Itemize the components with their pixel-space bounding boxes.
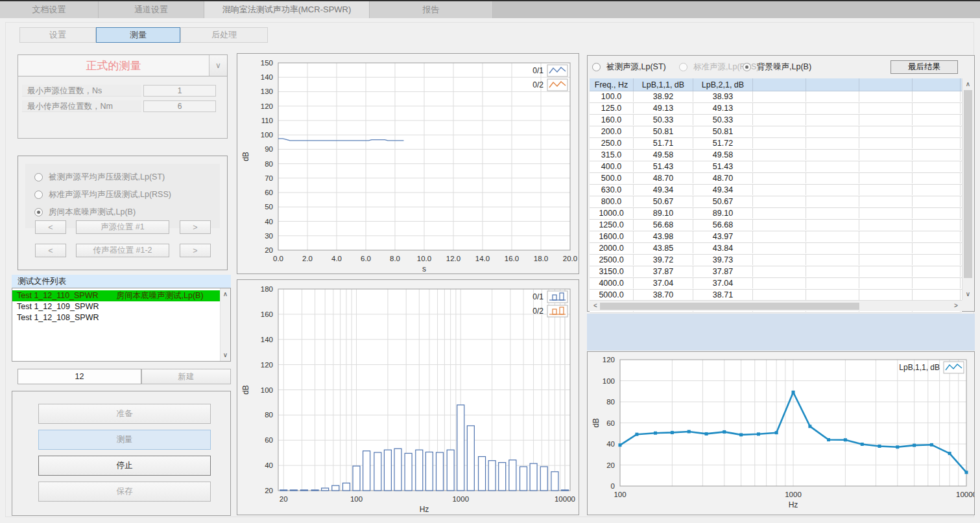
table-row[interactable]: 1250.056.6856.68 bbox=[590, 220, 962, 231]
svg-text:s: s bbox=[422, 264, 426, 273]
table-vertical-scrollbar[interactable]: ∧ ∨ bbox=[962, 78, 974, 300]
list-item[interactable]: Test 1_12_108_SPWR bbox=[12, 312, 220, 323]
sub-tab-0[interactable]: 设置 bbox=[19, 27, 96, 43]
table-row[interactable]: 100.038.9238.93 bbox=[590, 91, 962, 103]
file-list-scrollbar[interactable]: ∧ ∨ bbox=[220, 288, 230, 361]
svg-text:40: 40 bbox=[606, 440, 615, 448]
mic-prev-button[interactable]: < bbox=[35, 244, 66, 257]
main-tab-2[interactable]: 混响室法测试声功率(MCR-SPWR) bbox=[204, 1, 370, 18]
save-button[interactable]: 保存 bbox=[38, 482, 211, 502]
sub-tab-2[interactable]: 后处理 bbox=[180, 27, 268, 43]
main-tab-3[interactable]: 报告 bbox=[370, 1, 493, 18]
test-file-list[interactable]: ∧ ∨ Test 1_12_110_SPWR房间本底噪声测试,Lp(B)Test… bbox=[12, 288, 231, 362]
table-row[interactable]: 1000.089.1089.10 bbox=[590, 208, 962, 220]
value-cell: 50.81 bbox=[693, 126, 753, 137]
svg-text:18.0: 18.0 bbox=[534, 255, 548, 262]
svg-text:1000: 1000 bbox=[452, 495, 469, 503]
freq-cell: 500.0 bbox=[590, 173, 634, 183]
table-row[interactable]: 500.048.7048.70 bbox=[590, 173, 962, 185]
param-label: 最小传声器位置数，Nm bbox=[22, 100, 141, 112]
svg-text:100: 100 bbox=[614, 491, 626, 498]
table-row[interactable]: 630.049.3449.34 bbox=[590, 185, 962, 196]
table-horizontal-scrollbar[interactable]: < > bbox=[590, 300, 962, 311]
radio-button-icon[interactable] bbox=[34, 191, 43, 199]
test-type-radio-0[interactable]: 被测声源平均声压级测试,Lp(ST) bbox=[34, 172, 165, 182]
radio-button-icon[interactable] bbox=[34, 173, 43, 181]
chevron-up-icon[interactable]: ∧ bbox=[221, 290, 230, 299]
param-value-field[interactable]: 1 bbox=[143, 85, 216, 97]
value-cell bbox=[753, 150, 806, 160]
table-row[interactable]: 4000.037.0437.04 bbox=[590, 278, 962, 290]
freq-cell: 2000.0 bbox=[590, 243, 634, 253]
table-row[interactable]: 160.050.3350.33 bbox=[590, 115, 962, 126]
svg-text:dB: dB bbox=[241, 385, 250, 395]
list-item[interactable]: Test 1_12_110_SPWR房间本底噪声测试,Lp(B) bbox=[12, 290, 220, 301]
value-cell: 43.84 bbox=[693, 243, 753, 253]
chevron-left-icon[interactable]: < bbox=[592, 301, 599, 310]
result-source-radio-2[interactable]: 背景噪声,Lp(B) bbox=[743, 62, 811, 72]
value-cell bbox=[859, 266, 913, 277]
radio-button-icon[interactable] bbox=[679, 63, 687, 71]
time-history-chart-panel: 0.02.04.06.08.010.012.014.016.018.020.02… bbox=[237, 53, 579, 274]
value-cell bbox=[859, 208, 913, 218]
scrollbar-thumb[interactable] bbox=[964, 90, 972, 278]
test-type-radio-1[interactable]: 标准声源平均声压级测试,Lp(RSS) bbox=[34, 189, 171, 200]
table-row[interactable]: 400.051.4351.43 bbox=[590, 161, 962, 173]
file-count-button[interactable]: 12 bbox=[18, 369, 141, 384]
chevron-down-icon[interactable]: ∨ bbox=[221, 351, 230, 360]
svg-text:20.0: 20.0 bbox=[563, 255, 577, 262]
chevron-down-icon[interactable]: ∨ bbox=[209, 55, 227, 76]
radio-button-icon[interactable] bbox=[743, 63, 751, 71]
measure-button[interactable]: 测量 bbox=[38, 430, 211, 450]
measure-mode-dropdown[interactable]: 正式的测量 ∨ bbox=[18, 54, 228, 76]
table-row[interactable]: 2500.039.7239.73 bbox=[590, 255, 962, 266]
value-cell: 49.34 bbox=[693, 185, 753, 195]
last-result-button[interactable]: 最后结果 bbox=[890, 60, 958, 74]
list-item[interactable]: Test 1_12_109_SPWR bbox=[12, 301, 220, 312]
freq-cell: 1250.0 bbox=[590, 220, 634, 230]
new-file-button[interactable]: 新建 bbox=[141, 369, 231, 384]
table-row[interactable]: 125.049.1349.13 bbox=[590, 103, 962, 115]
value-cell: 37.87 bbox=[634, 266, 693, 277]
test-type-radio-2[interactable]: 房间本底噪声测试,Lp(B) bbox=[34, 207, 136, 217]
chevron-right-icon[interactable]: > bbox=[953, 301, 959, 310]
value-cell: 49.13 bbox=[693, 103, 753, 113]
table-row[interactable]: 2000.043.8543.84 bbox=[590, 243, 962, 255]
column-header: LpB,1,1, dB bbox=[634, 78, 693, 91]
file-name: Test 1_12_108_SPWR bbox=[17, 313, 99, 322]
sub-tab-1[interactable]: 测量 bbox=[96, 27, 180, 43]
source-position-button[interactable]: 声源位置 #1 bbox=[76, 220, 169, 234]
svg-text:150: 150 bbox=[261, 59, 273, 67]
chevron-up-icon[interactable]: ∧ bbox=[962, 80, 974, 89]
svg-text:20: 20 bbox=[606, 461, 615, 469]
value-cell bbox=[913, 91, 961, 102]
table-row[interactable]: 3150.037.8737.87 bbox=[590, 266, 962, 278]
chevron-down-icon[interactable]: ∨ bbox=[962, 290, 974, 299]
prepare-button[interactable]: 准备 bbox=[38, 404, 211, 424]
svg-text:70: 70 bbox=[265, 174, 273, 182]
param-value-field[interactable]: 6 bbox=[143, 100, 216, 112]
stop-button[interactable]: 停止 bbox=[38, 456, 211, 476]
result-source-radio-0[interactable]: 被测声源,Lp(ST) bbox=[592, 62, 666, 72]
freq-cell: 2500.0 bbox=[590, 255, 634, 265]
mic-next-button[interactable]: > bbox=[180, 244, 211, 257]
value-cell: 39.72 bbox=[634, 255, 693, 265]
main-tab-0[interactable]: 文档设置 bbox=[0, 1, 99, 18]
mic-position-button[interactable]: 传声器位置 #1-2 bbox=[76, 244, 169, 257]
table-row[interactable]: 800.050.6750.67 bbox=[590, 196, 962, 208]
radio-label: 被测声源,Lp(ST) bbox=[606, 62, 666, 73]
radio-button-icon[interactable] bbox=[592, 63, 601, 71]
svg-text:20: 20 bbox=[280, 495, 288, 503]
param-label: 最小声源位置数，Ns bbox=[22, 85, 141, 97]
source-next-button[interactable]: > bbox=[180, 220, 211, 234]
radio-button-icon[interactable] bbox=[34, 208, 43, 216]
table-row[interactable]: 315.049.5849.58 bbox=[590, 150, 962, 161]
results-table[interactable]: Freq., HzLpB,1,1, dBLpB,2,1, dB100.038.9… bbox=[590, 78, 962, 313]
main-tab-1[interactable]: 通道设置 bbox=[99, 1, 204, 18]
freq-cell: 3150.0 bbox=[590, 266, 634, 277]
table-row[interactable]: 1600.043.9843.97 bbox=[590, 231, 962, 243]
scrollbar-thumb[interactable] bbox=[600, 303, 859, 310]
table-row[interactable]: 200.050.8150.81 bbox=[590, 126, 962, 138]
source-prev-button[interactable]: < bbox=[35, 220, 66, 234]
table-row[interactable]: 250.051.7151.72 bbox=[590, 138, 962, 150]
